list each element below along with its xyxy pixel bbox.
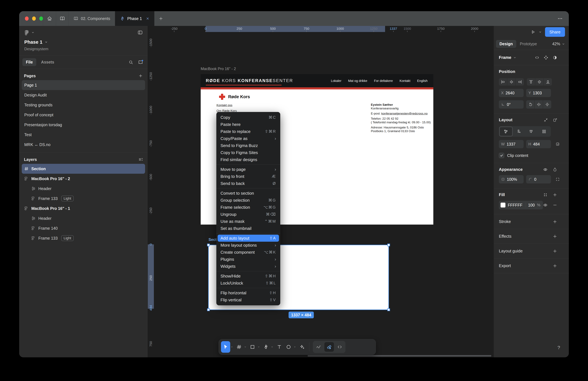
rotate-button[interactable] — [526, 100, 534, 109]
x-position-field[interactable]: X2640 — [499, 89, 524, 97]
menu-item-find-similar-designs[interactable]: Find similar designs — [216, 156, 280, 163]
flip-vertical-button[interactable] — [543, 100, 551, 109]
lock-ratio-icon[interactable] — [555, 142, 560, 146]
tool-chevron-icon[interactable] — [244, 345, 247, 349]
add-page-icon[interactable] — [138, 74, 143, 78]
toggle-fill-visibility-icon[interactable] — [543, 203, 548, 207]
dev-mode-button[interactable] — [324, 342, 334, 352]
styles-icon[interactable] — [543, 192, 548, 197]
menu-item-use-as-mask[interactable]: Use as mask⌃⌘M — [216, 218, 280, 225]
menu-item-set-as-thumbnail[interactable]: Set as thumbnail — [216, 225, 280, 232]
menu-item-paste-to-replace[interactable]: Paste to replace⇧⌘R — [216, 128, 280, 135]
layout-freeform-button[interactable] — [499, 127, 513, 136]
zoom-control[interactable]: 42% — [552, 42, 565, 46]
menu-item-add-auto-layout[interactable]: Add auto layout⇧A — [218, 235, 279, 242]
layout-horizontal-button[interactable] — [525, 127, 538, 136]
add-stroke-icon[interactable] — [552, 219, 557, 224]
layer-row-frame-133[interactable]: Frame 133Light — [22, 194, 145, 203]
align-v-center-button[interactable] — [535, 78, 544, 86]
selection-handle[interactable] — [207, 244, 210, 246]
menu-item-move-to-page[interactable]: Move to page› — [216, 166, 280, 173]
dev-code-icon[interactable] — [535, 55, 539, 60]
layout-grid-button[interactable] — [538, 127, 550, 136]
zoom-window-button[interactable] — [39, 17, 43, 21]
layer-row-macbook-pro-16-1[interactable]: MacBook Pro 16" - 1 — [22, 203, 145, 213]
layer-row-header[interactable]: Header — [22, 213, 145, 223]
fill-opacity[interactable]: 100 — [528, 203, 535, 207]
variables-icon[interactable] — [552, 55, 557, 60]
shrink-icon[interactable] — [544, 118, 548, 122]
align-bottom-button[interactable] — [544, 78, 552, 86]
flip-horizontal-button[interactable] — [535, 100, 543, 109]
page-item-page-1[interactable]: Page 1 — [22, 80, 145, 90]
file-name[interactable]: Phase 1 — [24, 39, 143, 45]
independent-corners-icon[interactable] — [555, 177, 560, 181]
horizontal-scrollbar[interactable] — [308, 355, 491, 357]
height-field[interactable]: H484 — [526, 140, 551, 148]
rectangle-tool-button[interactable] — [248, 341, 257, 353]
page-item-testing-grounds[interactable]: Testing grounds — [22, 100, 145, 110]
clip-content-checkbox[interactable] — [499, 153, 504, 158]
minimize-window-button[interactable] — [32, 17, 36, 21]
align-h-center-button[interactable] — [507, 78, 515, 86]
add-layout-guide-icon[interactable] — [552, 249, 557, 253]
menu-item-group-selection[interactable]: Group selection⌘G — [216, 197, 280, 204]
align-top-button[interactable] — [527, 78, 535, 86]
actions-tool-button[interactable] — [297, 341, 307, 353]
menu-item-bring-to-front[interactable]: Bring to frontÆ — [216, 173, 280, 180]
home-button[interactable] — [43, 11, 56, 26]
frame-label[interactable]: MacBook Pro 16" - 2 — [201, 67, 236, 71]
drafts-button[interactable] — [56, 11, 69, 26]
menu-item-flip-vertical[interactable]: Flip vertical⇧V — [216, 296, 280, 303]
editor-tab-phase-1[interactable]: Phase 1 — [115, 11, 154, 26]
canvas[interactable]: MacBook Pro 16" - 2 RØDE KORS KONFERANSE… — [148, 26, 494, 357]
layout-vertical-button[interactable] — [513, 127, 525, 136]
sidebar-tab-assets[interactable]: Assets — [38, 58, 58, 66]
panel-tab-design[interactable]: Design — [496, 40, 516, 48]
opacity-field[interactable]: 100% — [499, 175, 524, 183]
eye-icon[interactable] — [543, 167, 548, 172]
menu-item-copy-to-figma-sites[interactable]: Copy to Figma Sites — [216, 149, 280, 156]
droplet-icon[interactable] — [552, 167, 557, 172]
page-item-mrk-ds-no[interactable]: MRK ↔ DS.no — [22, 140, 145, 150]
page-item-test[interactable]: Test — [22, 130, 145, 140]
close-window-button[interactable] — [25, 17, 29, 21]
figma-logo-icon[interactable] — [24, 30, 29, 35]
menu-item-frame-selection[interactable]: Frame selection⌥⌘G — [216, 204, 280, 211]
move-tool-button[interactable] — [221, 341, 230, 353]
frame-tool-button[interactable] — [234, 341, 244, 353]
add-export-icon[interactable] — [552, 264, 557, 268]
draw-mode-button[interactable] — [315, 343, 323, 351]
layer-row-header[interactable]: Header — [22, 184, 145, 194]
menu-item-convert-to-section[interactable]: Convert to section — [216, 190, 280, 197]
menu-item-flip-horizontal[interactable]: Flip horizontal⇧H — [216, 289, 280, 296]
add-frame-icon[interactable] — [553, 118, 557, 122]
chevron-down-icon[interactable] — [513, 56, 516, 59]
menu-item-show-hide[interactable]: Show/Hide⇧⌘H — [216, 272, 280, 280]
menu-item-ungroup[interactable]: Ungroup⌘⌫ — [216, 211, 280, 218]
present-icon[interactable] — [531, 30, 535, 34]
tool-chevron-icon[interactable] — [230, 345, 233, 349]
fill-color-field[interactable]: FFFFFF 100 % — [499, 201, 543, 209]
layer-row-macbook-pro-16-2[interactable]: MacBook Pro 16" - 2 — [22, 174, 145, 184]
menu-item-widgets[interactable]: Widgets› — [216, 263, 280, 270]
menu-item-copy[interactable]: Copy⌘C — [216, 114, 280, 121]
tool-chevron-icon[interactable] — [257, 345, 260, 349]
chevron-down-icon[interactable] — [31, 31, 35, 34]
menu-item-create-component[interactable]: Create component⌥⌘K — [216, 249, 280, 256]
fill-swatch[interactable] — [501, 202, 505, 208]
corner-radius-field[interactable]: 0 — [526, 175, 551, 183]
toggle-sidebar-icon[interactable] — [137, 30, 143, 35]
page-item-proof-of-concept[interactable]: Proof of concept — [22, 110, 145, 120]
layer-row-frame-133[interactable]: Frame 133Light — [22, 233, 145, 243]
fill-hex[interactable]: FFFFFF — [508, 203, 523, 207]
menu-item-copy-paste-as[interactable]: Copy/Paste as› — [216, 135, 280, 142]
add-fill-icon[interactable] — [552, 192, 557, 197]
panel-tab-prototype[interactable]: Prototype — [518, 42, 539, 46]
add-effects-icon[interactable] — [552, 234, 557, 239]
help-button[interactable]: ? — [555, 344, 563, 351]
selection-handle[interactable] — [387, 244, 390, 246]
search-icon[interactable] — [128, 60, 133, 65]
tool-chevron-icon[interactable] — [293, 345, 296, 349]
y-position-field[interactable]: Y1303 — [526, 89, 551, 97]
